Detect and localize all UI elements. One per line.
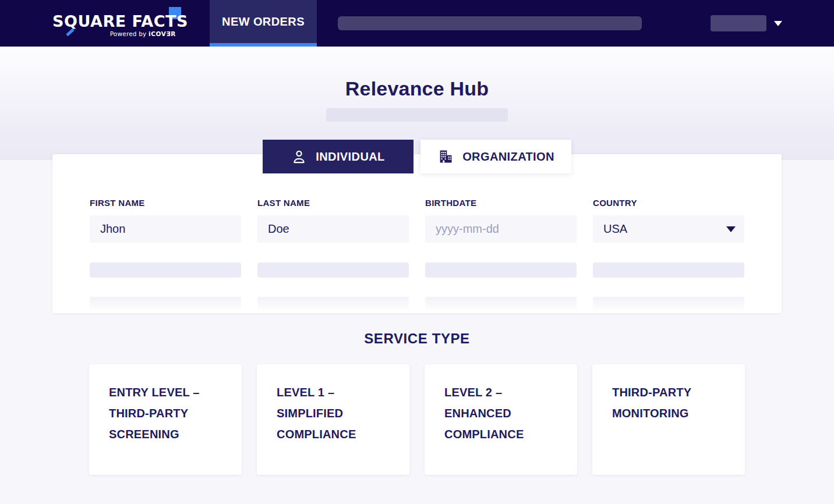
- person-icon: [291, 149, 307, 165]
- last-name-field: LAST NAME: [257, 198, 409, 243]
- skeleton-bar: [425, 297, 577, 313]
- brand-logo[interactable]: SQUARE FACTS Powered by iCOVƎR: [52, 6, 176, 37]
- service-type-heading: SERVICE TYPE: [0, 331, 834, 347]
- skeleton-row: [90, 297, 744, 313]
- service-type-options: ENTRY LEVEL – THIRD-PARTY SCREENING LEVE…: [89, 364, 745, 475]
- form-fields-row: FIRST NAME LAST NAME BIRTHDATE COUNTRY U…: [90, 198, 744, 243]
- country-label: COUNTRY: [593, 198, 744, 208]
- first-name-label: FIRST NAME: [90, 198, 241, 208]
- tab-organization[interactable]: ORGANIZATION: [420, 140, 571, 173]
- skeleton-bar: [90, 262, 241, 278]
- powered-by-text: Powered by: [110, 30, 147, 37]
- skeleton-bar: [425, 262, 577, 278]
- first-name-field: FIRST NAME: [90, 198, 241, 243]
- birthdate-input[interactable]: [425, 215, 577, 243]
- birthdate-field: BIRTHDATE: [425, 198, 577, 243]
- country-select[interactable]: USA: [593, 215, 744, 243]
- service-card-label: LEVEL 1 – SIMPLIFIED COMPLIANCE: [277, 382, 393, 445]
- service-card-monitoring[interactable]: THIRD-PARTY MONITORING: [592, 364, 745, 475]
- entity-type-tabs: INDIVIDUAL ORGANIZATION: [0, 140, 834, 173]
- last-name-input[interactable]: [257, 215, 409, 243]
- page-title: Relevance Hub: [0, 76, 834, 101]
- navbar-search-placeholder[interactable]: [338, 16, 642, 30]
- country-field: COUNTRY USA: [593, 198, 744, 243]
- skeleton-bar: [593, 262, 744, 278]
- chevron-down-icon: [726, 226, 736, 232]
- service-card-level2[interactable]: LEVEL 2 – ENHANCED COMPLIANCE: [425, 364, 577, 475]
- service-card-label: LEVEL 2 – ENHANCED COMPLIANCE: [444, 382, 561, 445]
- skeleton-bar: [257, 297, 409, 313]
- skeleton-bar: [593, 297, 744, 313]
- navbar: SQUARE FACTS Powered by iCOVƎR NEW ORDER…: [0, 0, 834, 47]
- birthdate-label: BIRTHDATE: [425, 198, 577, 208]
- service-card-entry-level[interactable]: ENTRY LEVEL – THIRD-PARTY SCREENING: [89, 364, 242, 475]
- tab-individual-label: INDIVIDUAL: [316, 150, 384, 164]
- brand-name: SQUARE FACTS: [52, 13, 176, 30]
- tab-organization-label: ORGANIZATION: [462, 150, 554, 164]
- skeleton-bar: [257, 262, 409, 278]
- service-card-label: THIRD-PARTY MONITORING: [612, 382, 729, 424]
- user-menu-placeholder[interactable]: [711, 15, 766, 31]
- service-card-label: ENTRY LEVEL – THIRD-PARTY SCREENING: [109, 382, 225, 445]
- hero-subtitle-placeholder: [326, 108, 508, 122]
- last-name-label: LAST NAME: [257, 198, 409, 208]
- first-name-input[interactable]: [90, 215, 241, 243]
- skeleton-bar: [90, 297, 241, 313]
- skeleton-row: [90, 262, 744, 278]
- nav-tab-new-orders[interactable]: NEW ORDERS: [210, 0, 317, 47]
- tab-individual[interactable]: INDIVIDUAL: [263, 140, 414, 173]
- individual-form-card: FIRST NAME LAST NAME BIRTHDATE COUNTRY U…: [52, 154, 782, 313]
- service-card-level1[interactable]: LEVEL 1 – SIMPLIFIED COMPLIANCE: [257, 364, 409, 475]
- chevron-down-icon[interactable]: [774, 21, 782, 26]
- building-icon: [437, 148, 454, 165]
- country-selected-value: USA: [603, 222, 627, 236]
- page: SQUARE FACTS Powered by iCOVƎR NEW ORDER…: [0, 0, 834, 504]
- powered-by-brand: iCOVƎR: [149, 30, 176, 37]
